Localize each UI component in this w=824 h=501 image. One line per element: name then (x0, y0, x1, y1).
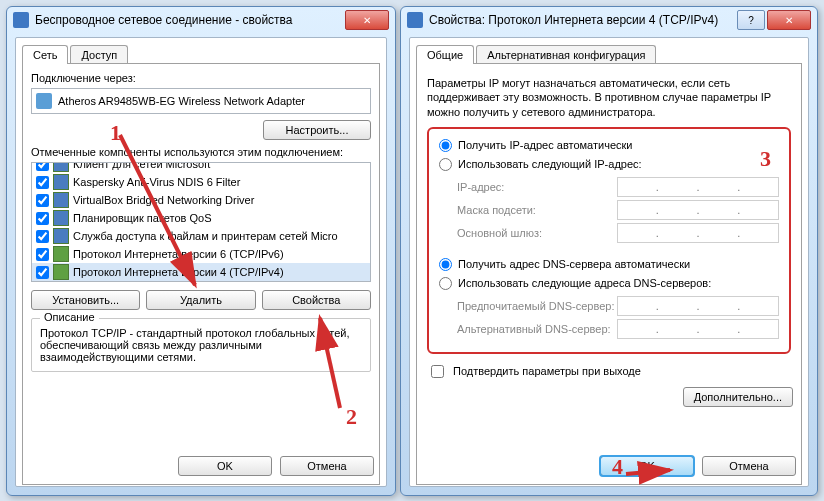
tab-sharing[interactable]: Доступ (70, 45, 128, 64)
titlebar[interactable]: Беспроводное сетевое соединение - свойст… (7, 7, 395, 33)
annotation-3: 3 (760, 146, 771, 172)
item-checkbox[interactable] (36, 162, 49, 171)
window-title: Свойства: Протокол Интернета версии 4 (T… (429, 13, 737, 27)
close-button[interactable]: ✕ (345, 10, 389, 30)
advanced-button[interactable]: Дополнительно... (683, 387, 793, 407)
item-checkbox[interactable] (36, 230, 49, 243)
ipv4-description: Параметры IP могут назначаться автоматич… (427, 76, 791, 119)
component-icon (53, 192, 69, 208)
component-icon (53, 174, 69, 190)
gateway-label: Основной шлюз: (457, 227, 617, 239)
item-checkbox[interactable] (36, 212, 49, 225)
arrow-1 (115, 130, 235, 300)
validate-checkbox[interactable]: Подтвердить параметры при выходе (427, 362, 793, 381)
dns1-label: Предпочитаемый DNS-сервер: (457, 300, 617, 312)
svg-line-2 (626, 470, 670, 474)
item-checkbox[interactable] (36, 266, 49, 279)
arrow-4 (618, 456, 688, 482)
connect-via-label: Подключение через: (31, 72, 371, 84)
ipv4-properties-window: Свойства: Протокол Интернета версии 4 (T… (400, 6, 818, 496)
radio-dns-manual[interactable]: Использовать следующие адреса DNS-сервер… (439, 277, 779, 290)
configure-button[interactable]: Настроить... (263, 120, 371, 140)
cancel-button[interactable]: Отмена (280, 456, 374, 476)
component-icon (53, 210, 69, 226)
dns1-input[interactable]: ... (617, 296, 779, 316)
ip-address-input[interactable]: ... (617, 177, 779, 197)
description-label: Описание (40, 311, 99, 323)
arrow-2 (190, 300, 360, 420)
window-title: Беспроводное сетевое соединение - свойст… (35, 13, 345, 27)
window-icon (13, 12, 29, 28)
svg-line-0 (120, 135, 195, 285)
ip-address-label: IP-адрес: (457, 181, 617, 193)
subnet-mask-label: Маска подсети: (457, 204, 617, 216)
ip-dns-group: Получить IP-адрес автоматически Использо… (427, 127, 791, 354)
tab-general[interactable]: Общие (416, 45, 474, 64)
adapter-icon (36, 93, 52, 109)
component-icon (53, 162, 69, 172)
dns2-label: Альтернативный DNS-сервер: (457, 323, 617, 335)
tab-network[interactable]: Сеть (22, 45, 68, 64)
component-icon (53, 228, 69, 244)
component-icon (53, 264, 69, 280)
dns2-input[interactable]: ... (617, 319, 779, 339)
cancel-button[interactable]: Отмена (702, 456, 796, 476)
adapter-combo[interactable]: Atheros AR9485WB-EG Wireless Network Ada… (31, 88, 371, 114)
tab-alt-config[interactable]: Альтернативная конфигурация (476, 45, 656, 64)
svg-line-1 (320, 318, 340, 408)
radio-ip-auto[interactable]: Получить IP-адрес автоматически (439, 139, 779, 152)
subnet-mask-input[interactable]: ... (617, 200, 779, 220)
close-button[interactable]: ✕ (767, 10, 811, 30)
ok-button[interactable]: OK (178, 456, 272, 476)
component-icon (53, 246, 69, 262)
gateway-input[interactable]: ... (617, 223, 779, 243)
radio-dns-auto[interactable]: Получить адрес DNS-сервера автоматически (439, 258, 779, 271)
item-checkbox[interactable] (36, 194, 49, 207)
radio-ip-manual[interactable]: Использовать следующий IP-адрес: (439, 158, 779, 171)
help-button[interactable]: ? (737, 10, 765, 30)
adapter-name: Atheros AR9485WB-EG Wireless Network Ada… (58, 95, 305, 107)
item-checkbox[interactable] (36, 248, 49, 261)
titlebar[interactable]: Свойства: Протокол Интернета версии 4 (T… (401, 7, 817, 33)
item-checkbox[interactable] (36, 176, 49, 189)
window-icon (407, 12, 423, 28)
